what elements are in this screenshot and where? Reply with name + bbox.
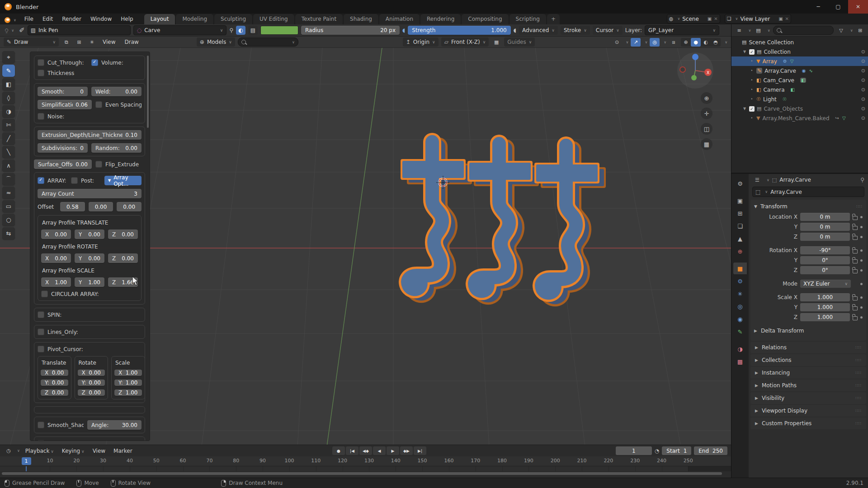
drag-handle-icon[interactable]: ∷∷ bbox=[856, 421, 862, 426]
shading-material-button[interactable]: ◐ bbox=[701, 38, 711, 47]
play-button[interactable]: ▶ bbox=[387, 446, 399, 455]
simplification-field[interactable]: Simplificatio0.06 bbox=[38, 100, 92, 109]
z-value-field[interactable]: 1.000 bbox=[800, 313, 850, 321]
noise-checkbox[interactable]: Noise: bbox=[38, 113, 142, 120]
material-dropdown[interactable]: ◌Carve bbox=[133, 25, 227, 35]
timeline-menu-marker[interactable]: Marker bbox=[110, 447, 136, 455]
visibility-eye-icon[interactable]: ⊙ bbox=[861, 87, 865, 93]
thickness-checkbox[interactable]: Thickness bbox=[38, 70, 142, 76]
subdivisions-field[interactable]: Subdivisions:0 bbox=[38, 143, 88, 153]
cutter-tool[interactable]: ✄ bbox=[2, 119, 15, 131]
collection-checkbox[interactable]: ✓ bbox=[749, 106, 755, 112]
close-icon[interactable]: ✕ bbox=[785, 16, 789, 21]
outliner-row-array-carve[interactable]: ‣✎Array.Carve◉∿⊙ bbox=[731, 66, 868, 75]
pivot-translate-y--field[interactable]: Y:0.00 bbox=[41, 380, 68, 386]
profile-array-profile-translate-y-field[interactable]: Y0.00 bbox=[75, 230, 104, 239]
timeline-scrollbar[interactable] bbox=[0, 471, 731, 478]
snowflake-icon[interactable]: ✳ bbox=[87, 38, 97, 47]
outliner-row-cam-carve[interactable]: ‣◧Cam_Carve◧⊙ bbox=[731, 75, 868, 85]
smooth-field[interactable]: Smooth:0 bbox=[38, 87, 88, 96]
tint-tool[interactable]: ◑ bbox=[2, 105, 15, 117]
profile-array-profile-rotate-z-field[interactable]: Z0.00 bbox=[108, 253, 138, 263]
cursor-tool[interactable]: ⌖ bbox=[2, 51, 15, 63]
tab-physics[interactable]: ◎ bbox=[733, 300, 747, 312]
pressure-icon[interactable]: ◖ bbox=[402, 27, 405, 33]
tab-rendering[interactable]: Rendering bbox=[420, 14, 461, 24]
erase-tool[interactable]: ◊ bbox=[2, 92, 15, 104]
pan-hand-button[interactable]: ✛ bbox=[701, 108, 712, 119]
frame-start-field[interactable]: Start1 bbox=[662, 446, 691, 455]
lock-icon[interactable] bbox=[853, 216, 858, 220]
drag-handle-icon[interactable]: ∷∷ bbox=[856, 345, 862, 350]
editor-type-icon[interactable]: ◷ bbox=[4, 446, 14, 455]
visibility-eye-icon[interactable]: ⊙ bbox=[861, 68, 865, 74]
y-value-field[interactable]: 1.000 bbox=[800, 303, 850, 311]
stopwatch-icon[interactable]: ◔ bbox=[655, 448, 659, 454]
timeline-channels[interactable] bbox=[0, 466, 731, 471]
shading-rendered-button[interactable]: ◓ bbox=[711, 38, 721, 47]
tab-compositing[interactable]: Compositing bbox=[462, 14, 508, 24]
close-icon[interactable]: ✕ bbox=[714, 16, 717, 21]
line-tool[interactable]: ╲ bbox=[2, 146, 15, 158]
origin-dropdown[interactable]: ↥Origin bbox=[403, 38, 439, 47]
lock-icon[interactable] bbox=[853, 316, 858, 320]
animate-dot-icon[interactable] bbox=[860, 316, 863, 319]
disclosure-icon[interactable]: ‣ bbox=[750, 69, 754, 73]
timeline-menu-view[interactable]: View bbox=[89, 447, 109, 455]
ortho-toggle-button[interactable]: ▦ bbox=[701, 138, 712, 150]
tab-shading[interactable]: Shading bbox=[344, 14, 378, 24]
pressure-icon[interactable]: ◖ bbox=[514, 27, 516, 33]
lock-icon[interactable] bbox=[853, 269, 858, 273]
tab-tool[interactable]: ⚙ bbox=[733, 178, 747, 189]
pivot-scale-y--field[interactable]: Y:1.00 bbox=[114, 380, 142, 386]
visibility-dropdown[interactable]: ⊙ bbox=[612, 38, 622, 47]
gp-strokes[interactable] bbox=[401, 142, 599, 293]
overlays-toggle[interactable]: ◎ bbox=[650, 38, 660, 47]
outliner-row-scene-collection[interactable]: ▤Scene Collection bbox=[731, 38, 868, 47]
tab-view-layer[interactable]: ❏ bbox=[733, 220, 747, 232]
shading-wireframe-button[interactable]: ⊕ bbox=[681, 38, 691, 47]
pivot-scale-x-field[interactable]: X1.00 bbox=[114, 370, 142, 376]
profile-array-profile-scale-y-field[interactable]: Y1.00 bbox=[75, 277, 104, 287]
search-input[interactable] bbox=[238, 38, 298, 47]
layer-dropdown[interactable]: GP_Layer bbox=[645, 25, 719, 35]
weld-field[interactable]: Weld:0.00 bbox=[91, 87, 142, 96]
minimize-button[interactable]: ─ bbox=[808, 0, 828, 14]
mode-value-field[interactable]: XYZ Euler bbox=[800, 280, 851, 288]
draw-menu[interactable]: Draw bbox=[121, 38, 142, 46]
tab-texture[interactable]: ▩ bbox=[733, 356, 747, 367]
volume-checkbox[interactable]: Volume: bbox=[91, 59, 142, 66]
angle-field[interactable]: Angle:30.00 bbox=[87, 420, 142, 430]
strength-slider[interactable]: Strength1.000 bbox=[408, 26, 510, 35]
smooth-shading-checkbox[interactable]: Smooth_Shading: bbox=[38, 422, 84, 428]
fill-tool[interactable]: ◧ bbox=[2, 78, 15, 90]
animate-dot-icon[interactable] bbox=[860, 283, 863, 285]
scrollbar-thumb[interactable] bbox=[2, 472, 722, 475]
zoom-button[interactable]: ⊕ bbox=[701, 92, 712, 104]
frame-end-field[interactable]: End250 bbox=[694, 446, 727, 455]
tab-texture-paint[interactable]: Texture Paint bbox=[295, 14, 343, 24]
view-menu[interactable]: View bbox=[99, 38, 118, 46]
tab-constraints[interactable]: ◉ bbox=[733, 313, 747, 325]
stroke-dropdown[interactable]: Stroke bbox=[561, 26, 590, 35]
gizmo-x-neg-axis[interactable] bbox=[680, 67, 685, 72]
current-frame-field[interactable]: 1 bbox=[616, 446, 652, 455]
new-collection-button[interactable]: ⊞ bbox=[856, 26, 865, 35]
disclosure-icon[interactable]: ▼ bbox=[742, 107, 747, 111]
animate-dot-icon[interactable] bbox=[860, 249, 863, 252]
timeline-menu-keying[interactable]: Keying bbox=[58, 447, 88, 455]
eyedropper-tool[interactable]: ╱ bbox=[2, 132, 15, 145]
next-keyframe-button[interactable]: ◆▶ bbox=[400, 446, 413, 455]
animate-dot-icon[interactable] bbox=[860, 296, 863, 299]
z-value-field[interactable]: 0 m bbox=[800, 233, 850, 241]
drag-handle-icon[interactable]: ∷∷ bbox=[856, 383, 862, 388]
post-checkbox[interactable]: Post: bbox=[71, 177, 101, 184]
tab-scene[interactable]: ▲ bbox=[733, 233, 747, 244]
pivot-scale-z-field[interactable]: Z1.00 bbox=[114, 389, 142, 396]
section-motion-paths[interactable]: ▶Motion Paths∷∷ bbox=[750, 380, 866, 391]
object-name-field[interactable]: ⬚∨ Array.Carve bbox=[752, 187, 864, 197]
material-mode-toggle[interactable]: ◐ bbox=[236, 26, 245, 35]
guides-grid-icon[interactable]: ▦ bbox=[491, 38, 501, 47]
location-x-value-field[interactable]: 0 m bbox=[800, 213, 850, 221]
visibility-eye-icon[interactable]: ⊙ bbox=[861, 49, 865, 55]
